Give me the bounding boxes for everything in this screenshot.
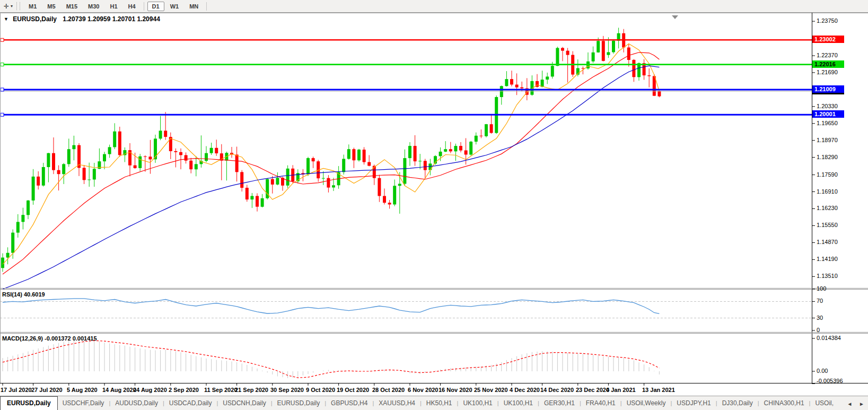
candle-body (250, 196, 253, 200)
candle-body (546, 76, 549, 80)
timeframe-button-h1[interactable]: H1 (105, 2, 122, 11)
symbol-dropdown-icon[interactable]: ▼ (4, 16, 8, 22)
macd-signal-line (3, 341, 659, 378)
chart-tab-eurusd-daily[interactable]: EURUSD,Daily (273, 396, 325, 410)
cursor-tool-icon[interactable]: ✛ (2, 1, 10, 12)
date-axis-label: 6 Nov 2020 (408, 387, 438, 393)
price-axis-tick-label: 1.20330 (817, 103, 838, 109)
candle-body (52, 153, 55, 170)
date-axis-label: 28 Oct 2020 (372, 387, 405, 393)
date-axis-label: 14 Aug 2020 (102, 387, 136, 393)
candle-body (47, 153, 50, 167)
chart-tab-eurusd-daily[interactable]: EURUSD,Daily (0, 396, 58, 410)
date-axis-label: 21 Sep 2020 (235, 387, 268, 393)
chart-symbol-label: EURUSD,Daily (13, 15, 57, 23)
chart-tab-gbpusd-h4[interactable]: GBPUSD,H4 (326, 396, 372, 410)
candle-body (566, 51, 569, 55)
candle-body (444, 149, 447, 152)
price-axis-tick-label: 1.19650 (817, 120, 838, 126)
candle-body (174, 151, 177, 152)
rsi-axis-tick-label: 70 (817, 298, 823, 304)
candle-body (414, 146, 417, 161)
candle-body (520, 88, 523, 89)
date-axis-label: 17 Jul 2020 (1, 387, 32, 393)
line-anchor-handle[interactable] (1, 63, 4, 66)
date-axis-label: 19 Oct 2020 (337, 387, 369, 393)
candle-body (332, 185, 335, 187)
rsi-line (3, 299, 659, 313)
candle-body (256, 196, 259, 207)
tab-scroll-left-icon[interactable]: ◄ (844, 401, 855, 407)
candle-body (327, 178, 330, 188)
candle-body (240, 172, 243, 188)
chart-tab-usdchf-daily[interactable]: USDCHF,Daily (58, 396, 109, 410)
timeframe-button-m5[interactable]: M5 (42, 2, 60, 11)
timeframe-button-m15[interactable]: M15 (62, 2, 82, 11)
timeframe-button-w1[interactable]: W1 (165, 2, 184, 11)
chart-tab-uk100-h1[interactable]: UK100,H1 (499, 396, 538, 410)
candle-body (581, 68, 584, 69)
candle-body (454, 146, 457, 151)
level-price-badge: 1.20001 (812, 110, 844, 118)
chart-shift-marker-icon[interactable] (672, 15, 678, 19)
candle-body (148, 156, 152, 159)
chart-tab-fra40-h1[interactable]: FRA40,H1 (581, 396, 620, 410)
rsi-axis-tick-label: 100 (817, 285, 826, 292)
chart-window[interactable]: ▼ EURUSD,Daily 1.20739 1.20959 1.20701 1… (0, 13, 868, 396)
chart-tab-usoil-weekly[interactable]: USOil,Weekly (622, 396, 671, 410)
date-axis-label: 4 Jan 2021 (606, 387, 636, 393)
candle-body (479, 136, 483, 136)
chart-tab-uk100-h1[interactable]: UK100,H1 (458, 396, 497, 410)
chart-tab-hk50-h1[interactable]: HK50,H1 (422, 396, 457, 410)
line-anchor-handle[interactable] (1, 113, 4, 116)
candle-body (32, 177, 35, 200)
candle-body (637, 63, 641, 77)
chart-tab-list: EURUSD,DailyUSDCHF,Daily|AUDUSD,Daily|US… (0, 396, 850, 410)
candle-body (500, 86, 503, 97)
timeframe-button-h4[interactable]: H4 (124, 2, 141, 11)
candle-body (657, 91, 661, 97)
date-axis-label: 14 Dec 2020 (540, 387, 574, 393)
chart-tab-dj30-daily[interactable]: DJ30,Daily (717, 396, 758, 410)
chart-tab-china300-h1[interactable]: CHINA300,H1 (759, 396, 809, 410)
candle-body (261, 198, 264, 207)
candle-body (408, 146, 411, 158)
timeframe-button-group: M1M5M15M30H1H4D1W1MN (23, 0, 209, 12)
candle-body (561, 48, 564, 50)
price-chart-canvas[interactable] (0, 13, 868, 396)
chart-tab-xauusd-h4[interactable]: XAUUSD,H4 (374, 396, 420, 410)
tab-scroll-arrows: ◄ ► (844, 401, 867, 407)
candle-body (306, 158, 310, 175)
chart-tab-usdjpy-h1[interactable]: USDJPY,H1 (672, 396, 715, 410)
date-axis-label: 16 Nov 2020 (439, 387, 472, 393)
line-anchor-handle[interactable] (1, 88, 4, 91)
candle-body (510, 79, 513, 84)
chart-tab-ger30-h1[interactable]: GER30,H1 (539, 396, 580, 410)
chart-tab-audusd-daily[interactable]: AUDUSD,Daily (110, 396, 163, 410)
candle-body (612, 41, 615, 53)
candle-body (515, 85, 519, 88)
date-axis-label: 4 Dec 2020 (510, 387, 540, 393)
price-axis-tick-label: 1.18290 (817, 154, 838, 160)
tab-scroll-right-icon[interactable]: ► (856, 401, 867, 407)
candle-body (602, 41, 605, 61)
candle-body (154, 138, 157, 159)
candle-body (439, 152, 442, 156)
candle-body (464, 151, 468, 155)
timeframe-button-mn[interactable]: MN (185, 2, 203, 11)
macd-indicator-label: MACD(12,26,9) -0.001372 0.001415 (2, 335, 97, 342)
candle-body (103, 154, 106, 162)
toolbar-grip[interactable] (16, 2, 20, 10)
chart-tab-usdcad-daily[interactable]: USDCAD,Daily (164, 396, 217, 410)
cursor-dropdown-caret-icon[interactable]: ▾ (10, 1, 15, 12)
line-anchor-handle[interactable] (1, 38, 4, 41)
candle-body (347, 149, 350, 159)
timeframe-button-m1[interactable]: M1 (24, 2, 41, 11)
macd-axis-tick-label: 0.014384 (817, 335, 841, 341)
price-axis-tick-label: 1.16910 (817, 188, 838, 195)
chart-tab-usoil-[interactable]: USOil, (810, 396, 838, 410)
timeframe-button-d1[interactable]: D1 (147, 2, 164, 11)
chart-tab-usdcnh-daily[interactable]: USDCNH,Daily (218, 396, 270, 410)
timeframe-button-m30[interactable]: M30 (83, 2, 104, 11)
price-axis-tick-label: 1.22370 (817, 52, 838, 58)
